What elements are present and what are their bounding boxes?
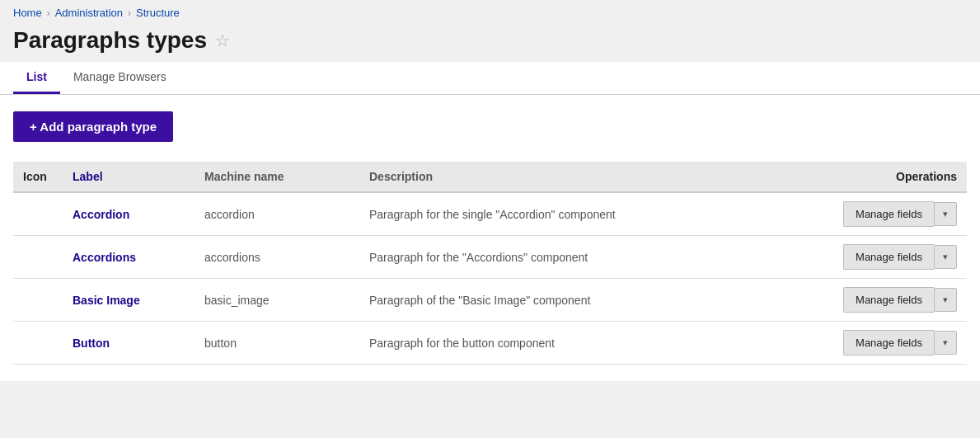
cell-description: Paragraph for the "Accordions" component [359, 236, 802, 279]
operations-group: Manage fields▾ [812, 287, 957, 313]
operations-dropdown-button[interactable]: ▾ [934, 202, 957, 226]
cell-label: Accordions [63, 236, 195, 279]
add-paragraph-type-button[interactable]: + Add paragraph type [13, 111, 173, 142]
cell-operations: Manage fields▾ [802, 236, 967, 279]
breadcrumb-sep-2: › [128, 7, 131, 19]
tab-manage-browsers[interactable]: Manage Browsers [60, 62, 180, 94]
cell-label: Basic Image [63, 279, 195, 322]
cell-operations: Manage fields▾ [802, 192, 967, 236]
chevron-down-icon: ▾ [943, 337, 948, 348]
content-area: + Add paragraph type Icon Label Machine … [0, 95, 980, 381]
cell-machine-name: basic_image [195, 279, 359, 322]
breadcrumb-sep-1: › [47, 7, 50, 19]
breadcrumb-admin[interactable]: Administration [55, 7, 123, 19]
operations-dropdown-button[interactable]: ▾ [934, 245, 957, 269]
col-header-operations: Operations [802, 162, 967, 192]
cell-icon [13, 192, 63, 236]
tabs-bar: List Manage Browsers [0, 62, 980, 95]
table-header-row: Icon Label Machine name Description Oper… [13, 162, 967, 192]
cell-machine-name: accordion [195, 192, 359, 236]
col-header-icon: Icon [13, 162, 63, 192]
bookmark-star-icon[interactable]: ☆ [215, 31, 230, 50]
cell-description: Paragraph for the button component [359, 322, 802, 365]
chevron-down-icon: ▾ [943, 252, 948, 262]
cell-machine-name: button [195, 322, 359, 365]
operations-group: Manage fields▾ [812, 244, 957, 270]
table-row: ButtonbuttonParagraph for the button com… [13, 322, 967, 365]
cell-description: Paragraph for the single "Accordion" com… [359, 192, 802, 236]
page-wrapper: Home › Administration › Structure Paragr… [0, 0, 980, 438]
table-row: AccordionsaccordionsParagraph for the "A… [13, 236, 967, 279]
page-title-row: Paragraphs types ☆ [0, 22, 980, 54]
chevron-down-icon: ▾ [943, 294, 948, 305]
breadcrumb: Home › Administration › Structure [0, 0, 980, 22]
breadcrumb-home[interactable]: Home [13, 7, 42, 19]
cell-operations: Manage fields▾ [802, 322, 967, 365]
manage-fields-button[interactable]: Manage fields [843, 287, 934, 313]
cell-label: Button [63, 322, 195, 365]
manage-fields-button[interactable]: Manage fields [843, 201, 934, 227]
page-title: Paragraphs types [13, 27, 207, 54]
manage-fields-button[interactable]: Manage fields [843, 330, 934, 356]
col-header-description: Description [359, 162, 802, 192]
table-row: Basic Imagebasic_imageParagraph of the "… [13, 279, 967, 322]
cell-icon [13, 322, 63, 365]
cell-label: Accordion [63, 192, 195, 236]
cell-icon [13, 236, 63, 279]
paragraphs-table: Icon Label Machine name Description Oper… [13, 162, 967, 365]
cell-icon [13, 279, 63, 322]
manage-fields-button[interactable]: Manage fields [843, 244, 934, 270]
chevron-down-icon: ▾ [943, 209, 948, 219]
operations-dropdown-button[interactable]: ▾ [934, 288, 957, 312]
operations-group: Manage fields▾ [812, 201, 957, 227]
col-header-label: Label [63, 162, 195, 192]
cell-machine-name: accordions [195, 236, 359, 279]
cell-description: Paragraph of the "Basic Image" component [359, 279, 802, 322]
table-row: AccordionaccordionParagraph for the sing… [13, 192, 967, 236]
operations-group: Manage fields▾ [812, 330, 957, 356]
breadcrumb-structure[interactable]: Structure [136, 7, 180, 19]
col-header-machine-name: Machine name [195, 162, 359, 192]
operations-dropdown-button[interactable]: ▾ [934, 331, 957, 355]
cell-operations: Manage fields▾ [802, 279, 967, 322]
tab-list[interactable]: List [13, 62, 60, 94]
